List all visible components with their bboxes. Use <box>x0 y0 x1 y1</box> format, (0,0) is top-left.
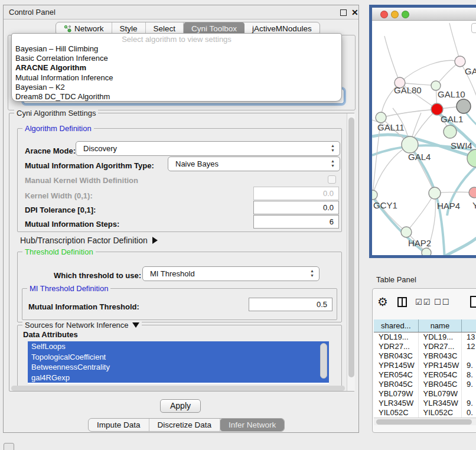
table-row[interactable]: YPR145WYPR145W9. <box>374 361 476 370</box>
table-row[interactable]: YDR27...YDR27...12 <box>374 342 476 351</box>
stepper-icon: ▲▼ <box>331 144 335 153</box>
stepper-icon: ▲▼ <box>331 159 335 168</box>
algorithm-option[interactable]: Basic Correlation Inference <box>12 54 341 63</box>
float-window-icon[interactable] <box>340 9 347 16</box>
network-node[interactable] <box>402 136 418 153</box>
algorithm-popup-placeholder: Select algorithm to view settings <box>12 34 341 44</box>
network-edge[interactable] <box>406 193 435 232</box>
network-edge[interactable] <box>384 36 400 83</box>
node-label: SWI4 <box>451 141 472 151</box>
network-node[interactable] <box>444 125 457 138</box>
kernel-width-field[interactable]: 0.0 <box>253 187 339 200</box>
mi-threshold-label: Mutual Information Threshold: <box>28 302 139 311</box>
settings-scrollbar-thumb[interactable] <box>348 118 354 377</box>
table-row[interactable]: YBL079WYBL079W <box>374 389 476 399</box>
node-label: Y <box>472 200 476 210</box>
column-header[interactable]: shared... <box>374 319 419 332</box>
node-label: GAL1 <box>441 114 463 124</box>
export-table-icon[interactable] <box>470 296 476 308</box>
control-panel-title: Control Panel <box>9 8 56 17</box>
network-node[interactable] <box>467 149 476 167</box>
node-table[interactable]: shared...name YDL19...YDL19...13YDR27...… <box>374 319 476 418</box>
zoom-traffic-icon[interactable] <box>402 11 409 18</box>
mi-type-combo[interactable]: Naive Bayes ▲▼ <box>168 156 340 171</box>
attribute-item[interactable]: BetweennessCentrality <box>28 362 329 373</box>
network-graph[interactable]: GALGAL80GAL10GAL1GAL11SWI4GAL4GCY1HAP4YH… <box>372 21 476 255</box>
deselect-all-rows-icon[interactable]: ☐☐ <box>434 298 450 306</box>
mi-steps-field[interactable]: 6 <box>253 215 339 229</box>
bottom-tab-infer-network[interactable]: Infer Network <box>220 419 284 431</box>
algorithm-option[interactable]: ARACNE Algorithm <box>12 63 341 73</box>
column-header[interactable] <box>462 319 476 332</box>
minimized-panel-button[interactable] <box>4 443 14 450</box>
network-node[interactable] <box>429 187 441 199</box>
node-label: GAL10 <box>438 89 465 99</box>
table-row[interactable]: YIL052CYIL052C0. <box>374 408 476 418</box>
attributes-scrollbar[interactable] <box>320 343 327 379</box>
network-edge[interactable] <box>400 60 460 83</box>
which-threshold-combo[interactable]: MI Threshold ▲▼ <box>142 266 319 281</box>
table-cell: YDR27... <box>374 342 419 351</box>
manual-kernel-checkbox[interactable] <box>328 175 336 184</box>
close-traffic-icon[interactable] <box>380 11 388 18</box>
node-label: GAL80 <box>394 85 422 95</box>
table-cell: YBR043C <box>419 351 462 361</box>
table-cell: YDL19... <box>419 332 462 342</box>
algorithm-option[interactable]: Mutual Information Inference <box>12 73 341 83</box>
columns-icon[interactable] <box>397 297 407 307</box>
screen: Control Panel ✕ NetworkStyleSelectCyni T… <box>0 0 476 450</box>
network-node[interactable] <box>469 187 476 198</box>
table-row[interactable]: YDL19...YDL19...13 <box>374 332 476 342</box>
network-node[interactable] <box>401 227 412 237</box>
network-node[interactable] <box>422 248 431 255</box>
algorithm-option[interactable]: Dream8 DC_TDC Algorithm <box>12 92 341 102</box>
attribute-item[interactable]: TopologicalCoefficient <box>28 352 329 363</box>
cyni-bottom-tabs: Impute DataDiscretize DataInfer Network <box>88 418 285 432</box>
network-node[interactable] <box>455 56 465 67</box>
table-row[interactable]: YLR345WYLR345W9. <box>374 399 476 408</box>
network-canvas[interactable]: GALGAL80GAL10GAL1GAL11SWI4GAL4GCY1HAP4YH… <box>372 21 476 255</box>
settings-hscrollbar-thumb[interactable] <box>11 386 345 391</box>
network-side-tool[interactable] <box>471 23 476 33</box>
network-edge[interactable] <box>449 23 460 61</box>
table-cell: YBR043C <box>374 351 419 361</box>
hub-definition-toggle[interactable]: Hub/Transcription Factor Definition <box>20 236 158 245</box>
table-cell: YBR045C <box>419 380 462 389</box>
network-node[interactable] <box>372 190 377 200</box>
table-cell <box>462 389 476 399</box>
attribute-item[interactable]: SelfLoops <box>28 341 329 352</box>
table-cell: 0. <box>462 408 476 418</box>
table-row[interactable]: YBR045CYBR045C9. <box>374 380 476 389</box>
dpi-tolerance-field[interactable]: 0.0 <box>253 201 339 214</box>
close-icon[interactable]: ✕ <box>351 8 358 17</box>
algorithm-option[interactable]: Bayesian – K2 <box>12 83 341 92</box>
network-edge[interactable] <box>381 109 437 118</box>
bottom-tab-impute-data[interactable]: Impute Data <box>89 419 149 431</box>
apply-button[interactable]: Apply <box>160 399 201 413</box>
network-node[interactable] <box>457 99 471 113</box>
network-node[interactable] <box>431 103 443 115</box>
settings-scrollbar-track[interactable] <box>347 113 355 391</box>
mi-steps-label: Mutual Information Steps: <box>25 220 119 229</box>
gear-icon[interactable]: ⚙ <box>377 295 388 309</box>
sources-group-title[interactable]: Sources for Network Inference <box>22 321 142 330</box>
data-attributes-list[interactable]: SelfLoopsTopologicalCoefficientBetweenne… <box>28 341 329 384</box>
algorithm-dropdown-popup: Select algorithm to view settings Bayesi… <box>11 33 342 102</box>
table-cell: 9. <box>462 361 476 370</box>
algorithm-option[interactable]: Bayesian – Hill Climbing <box>12 44 341 54</box>
table-cell <box>462 351 476 361</box>
network-node[interactable] <box>376 112 386 123</box>
table-row[interactable]: YBR043CYBR043C <box>374 351 476 361</box>
minimize-traffic-icon[interactable] <box>391 11 399 18</box>
select-all-rows-icon[interactable]: ☑☑ <box>415 298 431 306</box>
attribute-item[interactable]: gal4RGexp <box>28 373 329 383</box>
column-header[interactable]: name <box>419 319 462 332</box>
table-row[interactable]: YER054CYER054C8. <box>374 370 476 380</box>
aracne-mode-combo[interactable]: Discovery ▲▼ <box>76 141 340 156</box>
mi-threshold-field[interactable]: 0.5 <box>249 298 332 311</box>
table-hscrollbar-thumb[interactable] <box>376 419 472 425</box>
table-toolbar: ⚙ ☑☑ ☐☐ <box>373 289 476 317</box>
table-hscrollbar-track[interactable] <box>374 418 476 425</box>
bottom-tab-discretize-data[interactable]: Discretize Data <box>149 419 221 431</box>
table-cell: YIL052C <box>419 408 462 418</box>
